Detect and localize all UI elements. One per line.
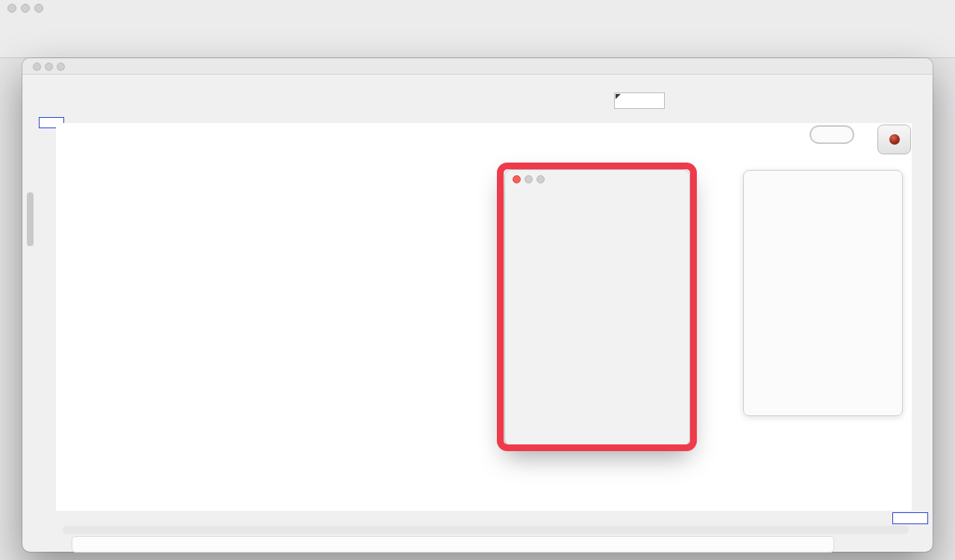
main-zoom-button[interactable] — [34, 4, 43, 13]
dialog-zoom-button[interactable] — [536, 175, 545, 183]
rta-zoom-button[interactable] — [57, 63, 65, 71]
rta-titlebar[interactable] — [22, 58, 933, 75]
rta-settings-panel — [743, 170, 903, 416]
vscroll-thumb[interactable] — [27, 192, 34, 246]
hscroll-track[interactable] — [63, 526, 909, 534]
spl-readout — [810, 125, 854, 144]
rta-close-button[interactable] — [33, 63, 41, 71]
rta-minimize-button[interactable] — [45, 63, 53, 71]
record-button[interactable] — [877, 125, 911, 154]
rta-window — [22, 58, 933, 552]
x-axis-max-field[interactable] — [892, 512, 928, 524]
main-app-window — [0, 0, 955, 58]
dialog-close-button[interactable] — [513, 175, 521, 183]
dialog-minimize-button[interactable] — [525, 175, 533, 183]
appearance-dialog — [504, 169, 690, 446]
record-icon — [889, 134, 900, 145]
fs-sine-vrms-field[interactable] — [614, 92, 665, 109]
status-bar — [72, 536, 834, 553]
main-minimize-button[interactable] — [21, 4, 30, 13]
main-close-button[interactable] — [7, 4, 16, 13]
